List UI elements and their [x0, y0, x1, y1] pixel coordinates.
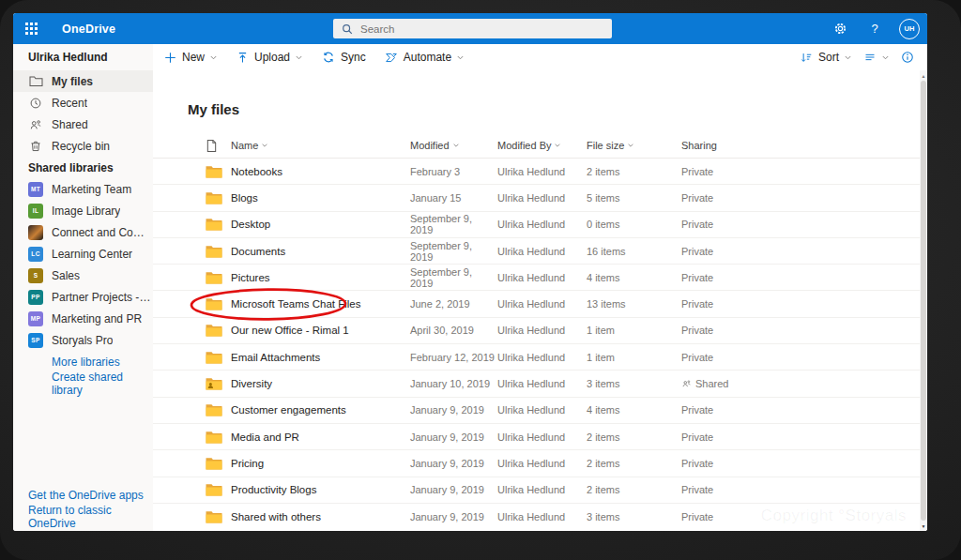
sidebar-library-image-library[interactable]: ILImage Library — [13, 200, 153, 221]
library-label: Sales — [52, 269, 80, 282]
upload-icon — [236, 52, 249, 64]
modified-by: Ulrika Hedlund — [497, 378, 587, 389]
file-size: 0 items — [587, 219, 681, 230]
sidebar-library-marketing-team[interactable]: MTMarketing Team — [13, 178, 153, 200]
search-box[interactable] — [333, 19, 612, 38]
sharing-label: Private — [681, 511, 713, 522]
file-name[interactable]: Our new Office - Rimal 1 — [231, 325, 410, 336]
scroll-up-arrow-icon[interactable]: ▲ — [920, 71, 927, 80]
sidebar-library-storyals-pro[interactable]: SPStoryals Pro — [13, 329, 153, 351]
sidebar-library-sales[interactable]: SSales — [13, 265, 153, 286]
upload-button[interactable]: Upload — [236, 51, 303, 64]
chevron-down-icon — [452, 142, 460, 149]
file-icon-cell — [195, 431, 231, 444]
file-row-diversity[interactable]: DiversityJanuary 10, 2019Ulrika Hedlund3… — [153, 370, 927, 396]
sharing-label: Private — [681, 298, 713, 310]
file-name[interactable]: Documents — [231, 246, 410, 257]
upload-button-label: Upload — [254, 51, 290, 64]
sort-button[interactable]: Sort — [800, 51, 852, 64]
account-avatar[interactable]: UH — [899, 19, 920, 39]
file-row-productivity-blogs[interactable]: Productivity BlogsJanuary 9, 2019Ulrika … — [153, 477, 927, 503]
automate-button[interactable]: Automate — [385, 51, 465, 64]
gear-icon — [833, 22, 847, 36]
details-pane-button[interactable] — [901, 51, 914, 64]
sidebar-library-learning-center[interactable]: LCLearning Center — [13, 243, 153, 265]
settings-button[interactable] — [830, 19, 850, 39]
file-row-email-attachments[interactable]: Email AttachmentsFebruary 12, 2019Ulrika… — [153, 343, 927, 370]
sidebar-user-name: Ulrika Hedlund — [13, 44, 153, 70]
new-button[interactable]: New — [164, 51, 218, 64]
file-icon-cell — [195, 218, 231, 231]
help-button[interactable]: ? — [864, 19, 885, 39]
info-icon — [901, 51, 914, 64]
file-name[interactable]: Shared with others — [231, 511, 410, 522]
file-row-desktop[interactable]: DesktopSeptember 9, 2019Ulrika Hedlund0 … — [153, 211, 927, 237]
column-header-modified[interactable]: Modified — [410, 140, 497, 151]
file-row-documents[interactable]: DocumentsSeptember 9, 2019Ulrika Hedlund… — [153, 237, 927, 264]
file-row-microsoft-teams-chat-files[interactable]: Microsoft Teams Chat FilesJune 2, 2019Ul… — [153, 290, 927, 316]
sharing-status: Private — [681, 219, 927, 230]
column-header-name[interactable]: Name — [231, 140, 410, 151]
modified-by: Ulrika Hedlund — [497, 219, 587, 230]
scrollbar-thumb[interactable] — [921, 81, 926, 521]
scroll-down-arrow-icon[interactable]: ▼ — [920, 522, 927, 530]
chevron-down-icon — [261, 142, 268, 149]
modified-date: September 9, 2019 — [410, 213, 497, 235]
sync-button[interactable]: Sync — [322, 51, 366, 64]
file-name[interactable]: Productivity Blogs — [231, 484, 410, 495]
library-tile-icon: MP — [28, 311, 43, 326]
sidebar-item-my-files[interactable]: My files — [13, 70, 153, 92]
table-header: NameModifiedModified ByFile sizeSharing — [153, 133, 927, 158]
file-name[interactable]: Notebooks — [231, 166, 410, 177]
file-name[interactable]: Diversity — [231, 378, 410, 389]
file-row-customer-engagements[interactable]: Customer engagementsJanuary 9, 2019Ulrik… — [153, 397, 927, 423]
file-name[interactable]: Pictures — [231, 272, 410, 283]
command-bar: New Upload Sync Automate Sor — [153, 44, 927, 70]
file-name[interactable]: Pricing — [231, 458, 410, 469]
file-row-blogs[interactable]: BlogsJanuary 15Ulrika Hedlund5 itemsPriv… — [153, 184, 927, 210]
clock-icon — [28, 96, 43, 111]
sidebar-library-partner-projects-external[interactable]: PPPartner Projects - External — [13, 286, 153, 308]
device-frame: OneDrive ? UH Ulrika Hedlund My files Re… — [0, 0, 961, 560]
view-options-button[interactable] — [863, 52, 890, 63]
column-header-modified-by[interactable]: Modified By — [497, 140, 587, 151]
file-size: 4 items — [587, 272, 681, 283]
file-name[interactable]: Email Attachments — [231, 352, 410, 363]
app-launcher-button[interactable] — [13, 13, 49, 44]
sidebar-library-connect-and-communic[interactable]: Connect and Communic... — [13, 221, 153, 243]
create-shared-library-link[interactable]: Create shared library — [13, 372, 153, 394]
file-icon-cell — [195, 165, 231, 178]
automate-button-label: Automate — [404, 51, 451, 64]
file-row-our-new-office-rimal-1[interactable]: Our new Office - Rimal 1April 30, 2019Ul… — [153, 317, 927, 343]
sidebar-item-recycle-bin[interactable]: Recycle bin — [13, 135, 153, 157]
sidebar-item-label: Recent — [52, 97, 87, 110]
file-name[interactable]: Desktop — [231, 219, 410, 230]
sharing-status: Private — [681, 166, 927, 177]
search-input[interactable] — [358, 23, 612, 36]
file-type-column-header[interactable] — [195, 139, 231, 153]
sharing-label: Private — [681, 166, 713, 177]
vertical-scrollbar[interactable]: ▲ ▼ — [920, 70, 927, 531]
folder-icon — [206, 351, 222, 364]
main-panel: New Upload Sync Automate Sor — [153, 44, 927, 531]
return-classic-onedrive-link[interactable]: Return to classic OneDrive — [13, 506, 153, 527]
file-icon-cell — [195, 351, 231, 364]
sharing-label: Private — [681, 246, 713, 257]
file-name[interactable]: Customer engagements — [231, 404, 410, 416]
sharing-label: Private — [681, 484, 713, 495]
sidebar-item-shared[interactable]: Shared — [13, 114, 153, 135]
file-row-pricing[interactable]: PricingJanuary 9, 2019Ulrika Hedlund2 it… — [153, 449, 927, 476]
file-row-notebooks[interactable]: NotebooksFebruary 3Ulrika Hedlund2 items… — [153, 158, 927, 184]
column-header-sharing[interactable]: Sharing — [681, 140, 927, 151]
sidebar-library-marketing-and-pr[interactable]: MPMarketing and PR — [13, 308, 153, 329]
file-name[interactable]: Media and PR — [231, 431, 410, 443]
file-name[interactable]: Microsoft Teams Chat Files — [231, 298, 410, 310]
folder-icon — [206, 191, 222, 204]
modified-date: April 30, 2019 — [410, 325, 497, 336]
sidebar-item-recent[interactable]: Recent — [13, 92, 153, 114]
file-name[interactable]: Blogs — [231, 192, 410, 204]
file-row-media-and-pr[interactable]: Media and PRJanuary 9, 2019Ulrika Hedlun… — [153, 423, 927, 449]
sharing-status: Private — [681, 352, 927, 363]
file-row-pictures[interactable]: PicturesSeptember 9, 2019Ulrika Hedlund4… — [153, 264, 927, 290]
column-header-file-size[interactable]: File size — [587, 140, 681, 151]
